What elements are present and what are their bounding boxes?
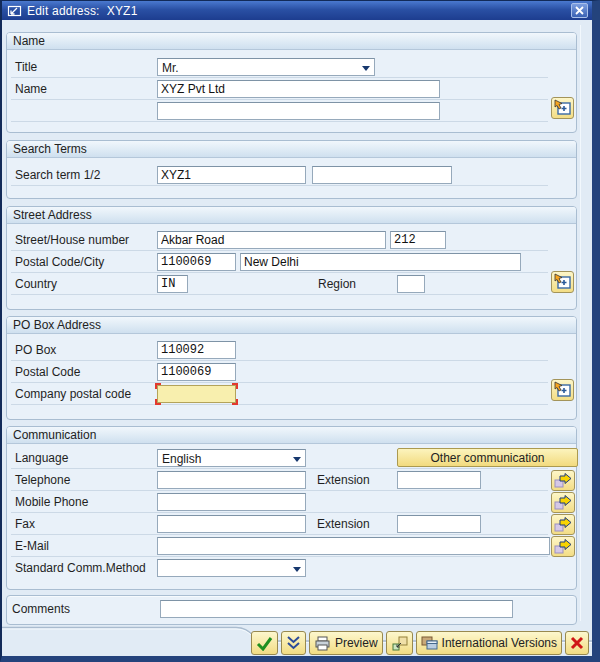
row-telephone: Telephone Extension: [11, 471, 548, 491]
search-term1-input[interactable]: [157, 166, 306, 184]
postal-code-input[interactable]: [157, 253, 236, 271]
mobile-label: Mobile Phone: [15, 495, 88, 509]
telephone-extension-input[interactable]: [397, 471, 481, 489]
name-label: Name: [15, 82, 47, 96]
row-name2: [11, 102, 548, 122]
group-comm-header: Communication: [7, 427, 576, 444]
group-pobox-address: PO Box Address PO Box Postal Code Compan…: [6, 316, 577, 420]
red-x-icon: [570, 636, 584, 650]
pobox-label: PO Box: [15, 343, 56, 357]
row-name1: Name: [11, 80, 548, 100]
row-title: Title Mr.: [11, 58, 548, 78]
company-postal-input[interactable]: [157, 385, 236, 403]
street-label: Street/House number: [15, 233, 129, 247]
transfer-button[interactable]: [281, 631, 306, 655]
comments-input[interactable]: [160, 600, 513, 618]
continue-button[interactable]: [251, 631, 278, 655]
email-other-addresses-button[interactable]: [551, 536, 575, 557]
double-chevron-down-icon: [286, 635, 301, 651]
preview-button[interactable]: Preview: [309, 631, 383, 655]
green-check-icon: [256, 636, 273, 651]
name2-input[interactable]: [157, 102, 440, 120]
arrow-right-icon: [553, 494, 573, 511]
close-x-icon: [575, 6, 584, 15]
language-dropdown-value: English: [162, 452, 201, 466]
search-term-label: Search term 1/2: [15, 168, 100, 182]
comments-label: Comments: [12, 602, 70, 616]
titlebar: Edit address: XYZ1: [2, 1, 592, 20]
row-std-comm: Standard Comm.Method: [11, 559, 548, 579]
fax-other-numbers-button[interactable]: [551, 514, 575, 535]
row-pobox-postal: Postal Code: [11, 363, 548, 383]
row-pobox: PO Box: [11, 341, 548, 361]
language-label: Language: [15, 451, 68, 465]
country-label: Country: [15, 277, 57, 291]
edit-address-dialog: Edit address: XYZ1 Name Title Mr. Name: [0, 0, 600, 662]
row-comments: Comments: [11, 600, 548, 620]
std-comm-label: Standard Comm.Method: [15, 561, 146, 575]
search-term2-input[interactable]: [312, 166, 452, 184]
preview-button-label: Preview: [335, 636, 378, 650]
more-fields-icon: [553, 381, 572, 399]
email-input[interactable]: [157, 537, 550, 555]
row-postal-city: Postal Code/City: [11, 253, 548, 273]
mobile-input[interactable]: [157, 493, 306, 511]
group-search-terms: Search Terms Search term 1/2: [6, 140, 577, 199]
street-input[interactable]: [157, 231, 386, 249]
row-fax: Fax Extension: [11, 515, 548, 535]
row-street: Street/House number: [11, 231, 548, 251]
name-more-fields-button[interactable]: [551, 97, 574, 119]
content-right-divider: [580, 25, 581, 621]
pobox-input[interactable]: [157, 341, 236, 359]
street-more-fields-button[interactable]: [551, 271, 574, 293]
group-street-address: Street Address Street/House number Posta…: [6, 206, 577, 310]
language-dropdown[interactable]: English: [157, 449, 306, 467]
name-input[interactable]: [157, 80, 440, 98]
title-dropdown[interactable]: Mr.: [157, 58, 375, 76]
region-label: Region: [318, 277, 356, 291]
more-fields-icon: [553, 273, 572, 291]
group-name-header: Name: [7, 33, 576, 50]
overlapping-boxes-icon: [391, 635, 408, 651]
city-input[interactable]: [240, 253, 521, 271]
international-versions-button[interactable]: International Versions: [416, 631, 562, 655]
dialog-title: Edit address: XYZ1: [27, 4, 566, 18]
row-search-term: Search term 1/2: [11, 166, 548, 186]
chevron-down-icon: [362, 66, 370, 71]
telephone-other-numbers-button[interactable]: [551, 470, 575, 491]
other-communication-button[interactable]: Other communication: [397, 448, 578, 467]
focus-corner: [232, 383, 238, 389]
focus-corner: [232, 399, 238, 405]
country-input[interactable]: [157, 275, 188, 293]
edit-window-icon: [7, 4, 22, 17]
dialog-toolbar: Preview: [2, 626, 592, 657]
pobox-more-fields-button[interactable]: [551, 379, 574, 401]
telephone-input[interactable]: [157, 471, 306, 489]
company-postal-label: Company postal code: [15, 387, 131, 401]
cancel-button[interactable]: [565, 631, 589, 655]
telephone-label: Telephone: [15, 473, 70, 487]
fax-extension-label: Extension: [317, 517, 370, 531]
group-pobox-header: PO Box Address: [7, 317, 576, 334]
address-versions-button[interactable]: [386, 631, 413, 655]
group-search-header: Search Terms: [7, 141, 576, 158]
pobox-postal-input[interactable]: [157, 363, 236, 381]
fax-input[interactable]: [157, 515, 306, 533]
close-button[interactable]: [571, 3, 588, 18]
region-input[interactable]: [397, 275, 425, 293]
std-comm-dropdown[interactable]: [157, 559, 306, 577]
mobile-other-numbers-button[interactable]: [551, 492, 575, 513]
stacked-windows-icon: [421, 636, 438, 651]
title-dropdown-value: Mr.: [162, 61, 179, 75]
house-number-input[interactable]: [390, 231, 446, 249]
group-communication: Communication Language English Other com…: [6, 426, 577, 590]
row-mobile: Mobile Phone: [11, 493, 548, 513]
telephone-extension-label: Extension: [317, 473, 370, 487]
toolbar-buttons: Preview: [251, 631, 589, 655]
row-country-region: Country Region: [11, 275, 548, 295]
fax-extension-input[interactable]: [397, 515, 481, 533]
chevron-down-icon: [293, 567, 301, 572]
title-label: Title: [15, 60, 37, 74]
chevron-down-icon: [293, 457, 301, 462]
group-comments: Comments: [6, 595, 577, 625]
